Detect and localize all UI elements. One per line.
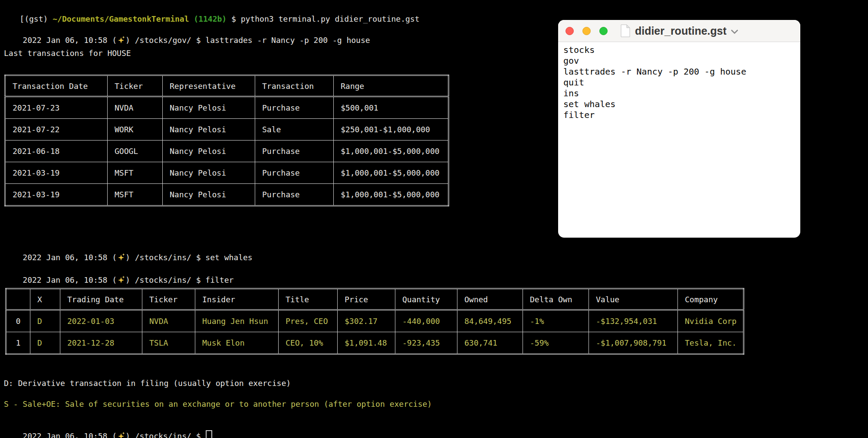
shell-prompt-prefix: [(gst) bbox=[20, 14, 53, 23]
file-line: ins bbox=[563, 88, 800, 99]
cell-range: $1,000,001-$5,000,000 bbox=[334, 162, 449, 184]
cell-delta-own: -59% bbox=[523, 332, 589, 354]
column-header-quantity: Quantity bbox=[395, 289, 457, 310]
cell-representative: Nancy Pelosi bbox=[163, 119, 255, 141]
cell-range: $500,001 bbox=[334, 97, 449, 119]
column-header-owned: Owned bbox=[457, 289, 523, 310]
cell-transaction: Purchase bbox=[255, 162, 334, 184]
note-derivative: D: Derivative transaction in filing (usu… bbox=[4, 378, 291, 389]
column-header-ticker: Ticker bbox=[142, 289, 195, 310]
table-row: 2021-07-23 NVDA Nancy Pelosi Purchase $5… bbox=[5, 97, 449, 119]
cell-transaction: Sale bbox=[255, 119, 334, 141]
cell-index: 0 bbox=[6, 310, 30, 332]
cell-date: 2021-03-19 bbox=[5, 162, 108, 184]
table-row: 1 D 2021-12-28 TSLA Musk Elon CEO, 10% $… bbox=[6, 332, 744, 354]
cell-x: D bbox=[30, 332, 60, 354]
cell-range: $250,001-$1,000,000 bbox=[334, 119, 449, 141]
cell-insider: Huang Jen Hsun bbox=[195, 310, 279, 332]
prompt-path: ) /stocks/ins/ $ bbox=[125, 431, 201, 438]
cell-x: D bbox=[30, 310, 60, 332]
cell-representative: Nancy Pelosi bbox=[163, 162, 255, 184]
close-button[interactable] bbox=[566, 27, 574, 35]
prompt-timestamp: 2022 Jan 06, 10:58 ( bbox=[23, 253, 117, 262]
cell-ticker: MSFT bbox=[108, 162, 163, 184]
column-header-insider: Insider bbox=[195, 289, 279, 310]
cell-date: 2021-06-18 bbox=[5, 141, 108, 162]
prompt-line-input[interactable]: 2022 Jan 06, 10:58 () /stocks/ins/ $ bbox=[4, 419, 212, 438]
cell-transaction: Purchase bbox=[255, 97, 334, 119]
column-header-transaction: Transaction bbox=[255, 75, 334, 97]
cell-date: 2021-07-22 bbox=[5, 119, 108, 141]
cell-trading-date: 2021-12-28 bbox=[60, 332, 142, 354]
cell-ticker: NVDA bbox=[142, 310, 195, 332]
gov-table-header-row: Transaction Date Ticker Representative T… bbox=[5, 75, 449, 97]
prompt-timestamp: 2022 Jan 06, 10:58 ( bbox=[23, 275, 117, 284]
cell-transaction: Purchase bbox=[255, 184, 334, 206]
column-header-ticker: Ticker bbox=[108, 75, 163, 97]
chevron-down-icon[interactable] bbox=[731, 29, 738, 34]
prompt-command: ) /stocks/ins/ $ set whales bbox=[125, 253, 253, 262]
terminal-cursor bbox=[206, 430, 212, 438]
column-header-value: Value bbox=[589, 289, 678, 310]
column-header-title: Title bbox=[279, 289, 338, 310]
cell-owned: 630,741 bbox=[457, 332, 523, 354]
table-row: 2021-03-19 MSFT Nancy Pelosi Purchase $1… bbox=[5, 184, 449, 206]
file-preview-content: stocks gov lasttrades -r Nancy -p 200 -g… bbox=[558, 42, 800, 121]
prompt-command: ) /stocks/ins/ $ filter bbox=[125, 275, 233, 284]
house-heading: Last transactions for HOUSE bbox=[4, 48, 131, 59]
column-header-index bbox=[6, 289, 30, 310]
cell-delta-own: -1% bbox=[523, 310, 589, 332]
cell-ticker: MSFT bbox=[108, 184, 163, 206]
prompt-command: ) /stocks/gov/ $ lasttrades -r Nancy -p … bbox=[125, 36, 370, 45]
gov-lasttrades-table: Transaction Date Ticker Representative T… bbox=[4, 75, 449, 206]
shell-command: $ python3 terminal.py didier_routine.gst bbox=[227, 14, 419, 23]
cell-representative: Nancy Pelosi bbox=[163, 184, 255, 206]
cell-quantity: -440,000 bbox=[395, 310, 457, 332]
cell-date: 2021-03-19 bbox=[5, 184, 108, 206]
column-header-delta-own: Delta Own bbox=[523, 289, 589, 310]
window-title: didier_routine.gst bbox=[635, 25, 727, 37]
traffic-lights bbox=[566, 20, 608, 42]
cell-ticker: GOOGL bbox=[108, 141, 163, 162]
cell-price: $1,091.48 bbox=[338, 332, 395, 354]
column-header-x: X bbox=[30, 289, 60, 310]
cell-title: CEO, 10% bbox=[279, 332, 338, 354]
document-icon bbox=[620, 24, 631, 37]
git-branch: (1142b) bbox=[189, 14, 227, 23]
column-header-price: Price bbox=[338, 289, 395, 310]
table-row: 2021-03-19 MSFT Nancy Pelosi Purchase $1… bbox=[5, 162, 449, 184]
file-line: quit bbox=[563, 77, 800, 88]
cell-trading-date: 2022-01-03 bbox=[60, 310, 142, 332]
prompt-timestamp: 2022 Jan 06, 10:58 ( bbox=[23, 431, 117, 438]
column-header-range: Range bbox=[334, 75, 449, 97]
table-row: 2021-07-22 WORK Nancy Pelosi Sale $250,0… bbox=[5, 119, 449, 141]
file-line: stocks bbox=[563, 45, 800, 56]
cell-ticker: TSLA bbox=[142, 332, 195, 354]
shell-cwd: ~/Documents/GamestonkTerminal bbox=[53, 14, 189, 23]
cell-range: $1,000,001-$5,000,000 bbox=[334, 184, 449, 206]
cell-date: 2021-07-23 bbox=[5, 97, 108, 119]
window-title-group[interactable]: didier_routine.gst bbox=[620, 24, 738, 37]
sparkles-icon bbox=[117, 431, 125, 438]
column-header-company: Company bbox=[678, 289, 744, 310]
zoom-button[interactable] bbox=[599, 27, 608, 35]
quicklook-window: didier_routine.gst stocks gov lasttrades… bbox=[558, 20, 800, 238]
terminal-screen: [(gst) ~/Documents/GamestonkTerminal (11… bbox=[0, 0, 868, 438]
cell-value: -$132,954,031 bbox=[589, 310, 678, 332]
sparkles-icon bbox=[117, 253, 125, 261]
table-row: 2021-06-18 GOOGL Nancy Pelosi Purchase $… bbox=[5, 141, 449, 162]
column-header-trading-date: Trading Date bbox=[60, 289, 142, 310]
column-header-transaction-date: Transaction Date bbox=[5, 75, 108, 97]
file-line: lasttrades -r Nancy -p 200 -g house bbox=[563, 66, 800, 77]
cell-company: Tesla, Inc. bbox=[678, 332, 744, 354]
note-sale-oe: S - Sale+OE: Sale of securities on an ex… bbox=[4, 399, 432, 409]
cell-owned: 84,649,495 bbox=[457, 310, 523, 332]
table-row: 0 D 2022-01-03 NVDA Huang Jen Hsun Pres,… bbox=[6, 310, 744, 332]
ins-table-header-row: X Trading Date Ticker Insider Title Pric… bbox=[6, 289, 744, 310]
cell-representative: Nancy Pelosi bbox=[163, 97, 255, 119]
window-titlebar[interactable]: didier_routine.gst bbox=[558, 20, 800, 42]
minimize-button[interactable] bbox=[582, 27, 591, 35]
cell-insider: Musk Elon bbox=[195, 332, 279, 354]
cell-price: $302.17 bbox=[338, 310, 395, 332]
file-line: set whales bbox=[563, 99, 800, 110]
